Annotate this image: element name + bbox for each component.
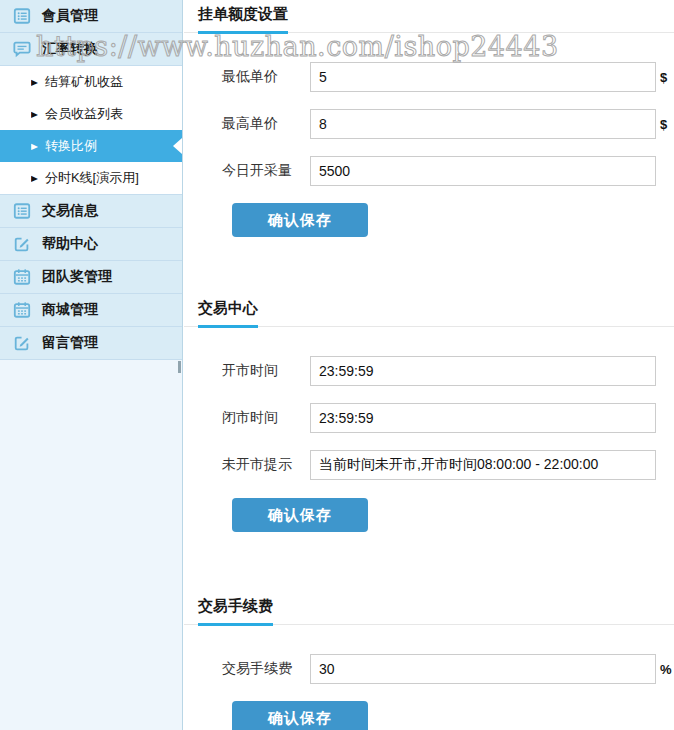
field-label: 最低单价 <box>222 68 310 86</box>
section-title: 交易手续费 <box>198 592 273 626</box>
caret-right-icon: ▶ <box>31 174 38 183</box>
market-closed-notice-input[interactable] <box>310 450 656 480</box>
field-label: 最高单价 <box>222 115 310 133</box>
min-price-input[interactable] <box>310 62 656 92</box>
sidebar-item-label: 交易信息 <box>42 202 98 220</box>
form-row-market-closed-notice: 未开市提示 <box>184 450 674 480</box>
submenu-item-label: 分时K线[演示用] <box>45 169 139 187</box>
calendar-icon <box>13 301 31 319</box>
save-button[interactable]: 确认保存 <box>232 203 368 237</box>
section-header: 挂单额度设置 <box>184 0 674 33</box>
save-button[interactable]: 确认保存 <box>232 701 368 730</box>
submenu-item-label: 会员收益列表 <box>45 105 123 123</box>
form-row-min-price: 最低单价 $ <box>184 62 674 92</box>
calendar-icon <box>13 268 31 286</box>
form-row-max-price: 最高单价 $ <box>184 109 674 139</box>
sidebar: 會員管理 汇率转换 ▶ 结算矿机收益 ▶ 会员收益列表 ▶ 转换比例 ▶ 分时K… <box>0 0 183 730</box>
sidebar-submenu: ▶ 结算矿机收益 ▶ 会员收益列表 ▶ 转换比例 ▶ 分时K线[演示用] <box>0 66 182 195</box>
sidebar-item-exchange-rate[interactable]: 汇率转换 <box>0 33 182 66</box>
caret-right-icon: ▶ <box>31 142 38 151</box>
submenu-item-conversion-ratio-active[interactable]: ▶ 转换比例 <box>0 130 182 162</box>
form-row-transaction-fee: 交易手续费 % <box>184 654 674 684</box>
sidebar-item-label: 帮助中心 <box>42 235 98 253</box>
sidebar-item-label: 留言管理 <box>42 334 98 352</box>
scrollbar-thumb[interactable] <box>178 361 181 373</box>
sidebar-item-team-bonus[interactable]: 团队奖管理 <box>0 261 182 294</box>
percent-suffix: % <box>660 662 672 677</box>
section-header: 交易中心 <box>184 294 674 327</box>
submenu-item-member-income-list[interactable]: ▶ 会员收益列表 <box>0 98 182 130</box>
submenu-item-settle-mining-income[interactable]: ▶ 结算矿机收益 <box>0 66 182 98</box>
list-icon <box>13 7 31 25</box>
field-label: 闭市时间 <box>222 409 310 427</box>
section-trading-center: 交易中心 开市时间 闭市时间 未开市提示 确认保存 <box>184 294 674 532</box>
chat-icon <box>13 40 31 58</box>
section-transaction-fee: 交易手续费 交易手续费 % 确认保存 <box>184 592 674 730</box>
section-title: 交易中心 <box>198 294 258 328</box>
sidebar-item-label: 商城管理 <box>42 301 98 319</box>
field-label: 今日开采量 <box>222 162 310 180</box>
edit-icon <box>13 235 31 253</box>
field-label: 未开市提示 <box>222 456 310 474</box>
dollar-suffix: $ <box>660 117 667 132</box>
form-row-daily-mining: 今日开采量 <box>184 156 674 186</box>
sidebar-item-member-management[interactable]: 會員管理 <box>0 0 182 33</box>
edit-icon <box>13 334 31 352</box>
section-title: 挂单额度设置 <box>198 0 288 34</box>
list-icon <box>13 202 31 220</box>
market-close-time-input[interactable] <box>310 403 656 433</box>
sidebar-item-message-management[interactable]: 留言管理 <box>0 327 182 360</box>
submenu-item-label: 结算矿机收益 <box>45 73 123 91</box>
field-label: 开市时间 <box>222 362 310 380</box>
sidebar-item-mall-management[interactable]: 商城管理 <box>0 294 182 327</box>
submenu-item-kline-demo[interactable]: ▶ 分时K线[演示用] <box>0 162 182 194</box>
save-button[interactable]: 确认保存 <box>232 498 368 532</box>
dollar-suffix: $ <box>660 70 667 85</box>
market-open-time-input[interactable] <box>310 356 656 386</box>
active-item-arrow <box>173 138 182 154</box>
daily-mining-input[interactable] <box>310 156 656 186</box>
max-price-input[interactable] <box>310 109 656 139</box>
sidebar-item-label: 會員管理 <box>42 7 98 25</box>
sidebar-item-trade-info[interactable]: 交易信息 <box>0 195 182 228</box>
form-row-market-open-time: 开市时间 <box>184 356 674 386</box>
transaction-fee-input[interactable] <box>310 654 656 684</box>
sidebar-item-label: 团队奖管理 <box>42 268 112 286</box>
field-label: 交易手续费 <box>222 660 310 678</box>
caret-right-icon: ▶ <box>31 110 38 119</box>
form-row-market-close-time: 闭市时间 <box>184 403 674 433</box>
main-content: 挂单额度设置 最低单价 $ 最高单价 $ 今日开采量 确认保存 交易中心 <box>184 0 674 730</box>
caret-right-icon: ▶ <box>31 78 38 87</box>
section-pending-order-quota: 挂单额度设置 最低单价 $ 最高单价 $ 今日开采量 确认保存 <box>184 0 674 237</box>
submenu-item-label: 转换比例 <box>45 137 97 155</box>
sidebar-item-help-center[interactable]: 帮助中心 <box>0 228 182 261</box>
section-header: 交易手续费 <box>184 592 674 625</box>
sidebar-item-label: 汇率转换 <box>42 40 98 58</box>
